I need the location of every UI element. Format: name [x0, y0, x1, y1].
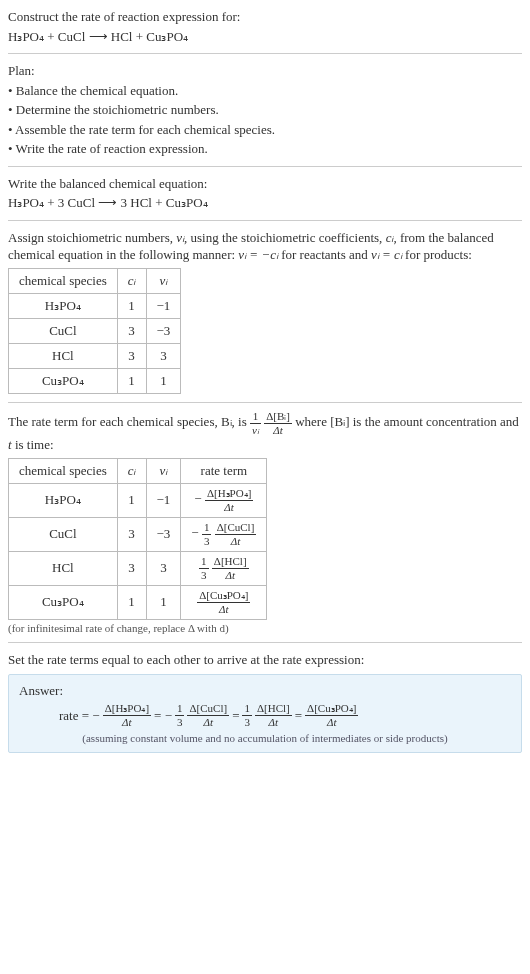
coef-fraction: 1 3: [199, 556, 209, 581]
text: Assign stoichiometric numbers,: [8, 230, 176, 245]
relation-react: νᵢ = −cᵢ: [238, 247, 278, 262]
plan-item: • Balance the chemical equation.: [8, 82, 522, 100]
cell-species: H₃PO₄: [9, 483, 118, 517]
numerator: Δ[HCl]: [212, 556, 249, 569]
fraction: Δ[H₃PO₄] Δt: [103, 703, 151, 728]
cell-vi: 3: [146, 551, 181, 585]
col-vi: νᵢ: [146, 458, 181, 483]
text: The rate term for each chemical species,…: [8, 415, 250, 430]
col-rate-term: rate term: [181, 458, 267, 483]
text: where [Bᵢ] is the amount concentration a…: [295, 415, 519, 430]
fraction: Δ[CuCl] Δt: [187, 703, 229, 728]
cell-ci: 3: [117, 517, 146, 551]
cell-species: HCl: [9, 551, 118, 585]
nu-i: νᵢ: [176, 230, 184, 245]
col-ci: cᵢ: [117, 458, 146, 483]
plan-item: • Write the rate of reaction expression.: [8, 140, 522, 158]
sign: −: [191, 525, 198, 540]
coef-fraction: 1 3: [242, 703, 252, 728]
table-header-row: chemical species cᵢ νᵢ rate term: [9, 458, 267, 483]
fraction: Δ[HCl] Δt: [255, 703, 292, 728]
numerator: 1: [175, 703, 185, 716]
table-row: Cu₃PO₄ 1 1: [9, 369, 181, 394]
numerator: Δ[CuCl]: [187, 703, 229, 716]
cell-species: HCl: [9, 344, 118, 369]
fraction: Δ[Bᵢ] Δt: [264, 411, 292, 436]
col-species: chemical species: [9, 269, 118, 294]
denominator: Δt: [255, 716, 292, 728]
numerator: 1: [242, 703, 252, 716]
answer-heading: Answer:: [19, 683, 511, 699]
plan-heading: Plan:: [8, 62, 522, 80]
cell-rate-term: 1 3 Δ[HCl] Δt: [181, 551, 267, 585]
numerator: Δ[Bᵢ]: [264, 411, 292, 424]
rate-term-table: chemical species cᵢ νᵢ rate term H₃PO₄ 1…: [8, 458, 267, 620]
numerator: Δ[H₃PO₄]: [205, 488, 253, 501]
fraction: Δ[HCl] Δt: [212, 556, 249, 581]
denominator: 3: [199, 569, 209, 581]
table-footnote: (for infinitesimal rate of change, repla…: [8, 622, 522, 634]
numerator: 1: [202, 522, 212, 535]
sign: −: [194, 491, 201, 506]
col-species: chemical species: [9, 458, 118, 483]
cell-ci: 3: [117, 344, 146, 369]
table-row: HCl 3 3 1 3 Δ[HCl] Δt: [9, 551, 267, 585]
table-header-row: chemical species cᵢ νᵢ: [9, 269, 181, 294]
table-row: H₃PO₄ 1 −1: [9, 294, 181, 319]
rate-term-def: The rate term for each chemical species,…: [8, 411, 522, 454]
denominator: Δt: [205, 501, 253, 513]
intro-title: Construct the rate of reaction expressio…: [8, 8, 522, 26]
denominator: Δt: [187, 716, 229, 728]
numerator: Δ[CuCl]: [215, 522, 257, 535]
text: is time:: [12, 437, 54, 452]
answer-box: Answer: rate = − Δ[H₃PO₄] Δt = − 1 3 Δ[C…: [8, 674, 522, 753]
cell-ci: 3: [117, 551, 146, 585]
lead: rate = −: [59, 708, 100, 724]
numerator: 1: [199, 556, 209, 569]
cell-vi: −3: [146, 319, 181, 344]
table-row: CuCl 3 −3: [9, 319, 181, 344]
cell-species: H₃PO₄: [9, 294, 118, 319]
text: for reactants and: [278, 247, 371, 262]
cell-ci: 1: [117, 585, 146, 619]
relation-prod: νᵢ = cᵢ: [371, 247, 402, 262]
balanced-heading: Write the balanced chemical equation:: [8, 175, 522, 193]
fraction: Δ[CuCl] Δt: [215, 522, 257, 547]
plan-item: • Assemble the rate term for each chemic…: [8, 121, 522, 139]
cell-vi: −1: [146, 294, 181, 319]
cell-vi: −3: [146, 517, 181, 551]
denominator: Δt: [305, 716, 358, 728]
denominator: Δt: [264, 424, 292, 436]
fraction: Δ[H₃PO₄] Δt: [205, 488, 253, 513]
denominator: 3: [175, 716, 185, 728]
divider: [8, 220, 522, 221]
numerator: Δ[H₃PO₄]: [103, 703, 151, 716]
fraction: 1 νᵢ: [250, 411, 261, 436]
denominator: 3: [202, 535, 212, 547]
cell-rate-term: Δ[Cu₃PO₄] Δt: [181, 585, 267, 619]
text: , using the stoichiometric coefficients,: [184, 230, 386, 245]
coef-fraction: 1 3: [202, 522, 212, 547]
denominator: Δt: [212, 569, 249, 581]
denominator: Δt: [103, 716, 151, 728]
fraction: Δ[Cu₃PO₄] Δt: [305, 703, 358, 728]
table-row: Cu₃PO₄ 1 1 Δ[Cu₃PO₄] Δt: [9, 585, 267, 619]
denominator: νᵢ: [250, 424, 261, 436]
intro-equation: H₃PO₄ + CuCl ⟶ HCl + Cu₃PO₄: [8, 28, 522, 46]
fraction: Δ[Cu₃PO₄] Δt: [197, 590, 250, 615]
answer-expression: rate = − Δ[H₃PO₄] Δt = − 1 3 Δ[CuCl] Δt …: [19, 703, 511, 728]
cell-vi: −1: [146, 483, 181, 517]
cell-ci: 1: [117, 483, 146, 517]
table-row: HCl 3 3: [9, 344, 181, 369]
numerator: Δ[HCl]: [255, 703, 292, 716]
page: Construct the rate of reaction expressio…: [0, 0, 530, 763]
col-ci: cᵢ: [117, 269, 146, 294]
cell-vi: 1: [146, 585, 181, 619]
plan-item: • Determine the stoichiometric numbers.: [8, 101, 522, 119]
equals: =: [232, 708, 239, 724]
table-row: H₃PO₄ 1 −1 − Δ[H₃PO₄] Δt: [9, 483, 267, 517]
cell-vi: 3: [146, 344, 181, 369]
divider: [8, 53, 522, 54]
divider: [8, 402, 522, 403]
divider: [8, 166, 522, 167]
